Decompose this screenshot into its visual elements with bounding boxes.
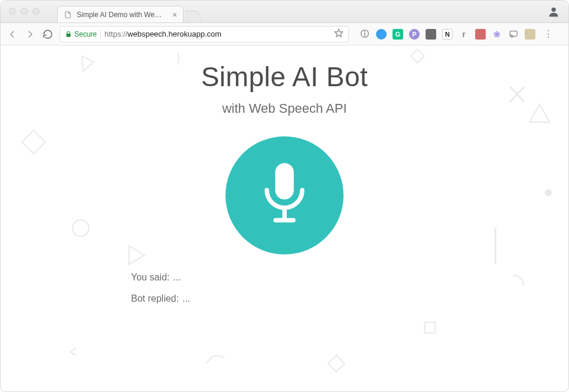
lock-icon [65,31,72,38]
secure-label: Secure [74,30,97,38]
back-button[interactable] [6,28,18,40]
browser-window: Simple AI Demo with Web Spe × Secure [0,0,569,392]
address-bar[interactable]: Secure https://webspeech.herokuapp.com [60,26,349,43]
window-titlebar: Simple AI Demo with Web Spe × [1,1,568,23]
svg-marker-1 [335,29,342,37]
ext-circle-blue[interactable] [376,29,387,40]
page-subtitle: with Web Speech API [222,101,346,116]
bot-replied-row: Bot replied: ... [131,293,438,304]
page-viewport: Simple AI Bot with Web Speech API You sa… [1,45,568,391]
transcript-block: You said: ... Bot replied: ... [131,272,438,315]
ext-square-red[interactable] [475,29,486,40]
extension-icons: ⓘGPNr❀ [359,29,535,40]
ext-square-tan[interactable] [525,29,535,40]
profile-button[interactable] [547,5,560,18]
page-content: Simple AI Bot with Web Speech API You sa… [1,45,568,315]
url-text: https://webspeech.herokuapp.com [104,30,221,38]
forward-button[interactable] [24,28,36,40]
ext-gallery[interactable] [426,29,436,40]
browser-tab-active[interactable]: Simple AI Demo with Web Spe × [57,6,184,22]
you-said-row: You said: ... [131,272,438,283]
secure-indicator[interactable]: Secure [65,30,97,38]
tab-favicon-icon [64,11,72,19]
tab-close-icon[interactable]: × [172,10,177,19]
browser-menu-button[interactable]: ⋮ [544,28,553,40]
page-title: Simple AI Bot [201,61,368,93]
microphone-button[interactable] [225,136,344,254]
svg-rect-10 [424,322,435,333]
ext-grammarly[interactable]: G [393,29,403,40]
ext-blob[interactable]: ❀ [492,29,502,40]
info-icon[interactable]: ⓘ [359,29,370,40]
svg-point-0 [551,8,555,12]
you-said-label: You said: [131,272,169,283]
cast-icon[interactable] [508,29,519,40]
microphone-icon [257,160,312,231]
svg-rect-12 [276,164,293,199]
browser-toolbar: Secure https://webspeech.herokuapp.com ⓘ… [1,23,568,45]
url-scheme: https:// [104,30,127,38]
window-minimize-button[interactable] [21,8,28,15]
you-said-value: ... [173,272,181,283]
ext-notion[interactable]: N [442,29,453,40]
svg-rect-9 [328,355,345,372]
tab-title: Simple AI Demo with Web Spe [77,11,165,19]
window-controls [9,8,40,15]
ext-letter-r[interactable]: r [459,29,469,40]
window-maximize-button[interactable] [32,8,40,15]
window-close-button[interactable] [9,8,16,15]
bot-replied-value: ... [182,293,190,304]
omnibox-separator [100,30,101,39]
tab-strip: Simple AI Demo with Web Spe × [57,1,200,22]
svg-rect-2 [510,31,517,36]
bot-replied-label: Bot replied: [131,293,179,304]
ext-circle-purple[interactable]: P [409,29,420,40]
new-tab-button[interactable] [185,11,202,22]
url-host: webspeech.herokuapp.com [127,30,221,38]
bookmark-star-icon[interactable] [334,28,344,40]
reload-button[interactable] [42,28,54,40]
